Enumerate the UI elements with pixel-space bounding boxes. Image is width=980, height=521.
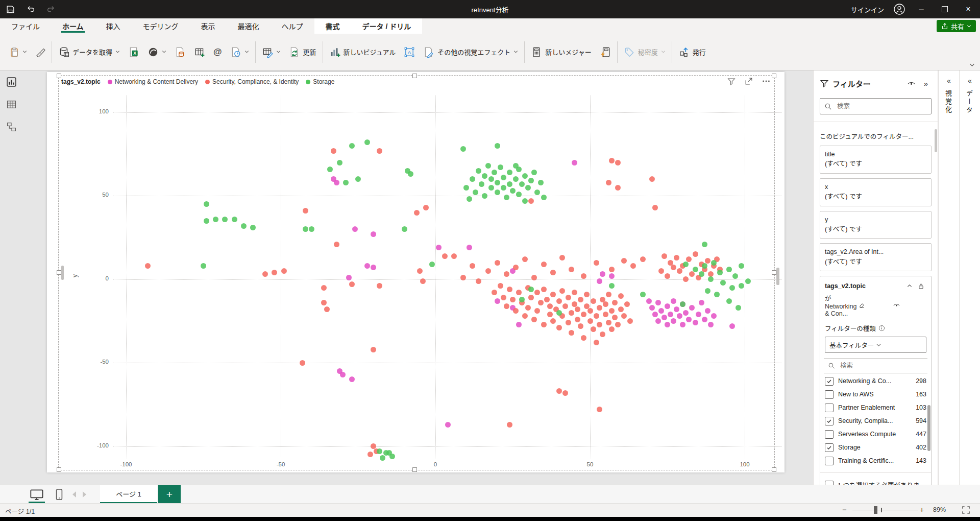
filter-value-row[interactable]: Security, Complia...594 xyxy=(825,414,926,428)
filter-search-input[interactable] xyxy=(836,102,927,110)
data-point[interactable] xyxy=(705,308,710,314)
data-point[interactable] xyxy=(662,315,667,320)
data-point[interactable] xyxy=(522,198,528,204)
data-point[interactable] xyxy=(232,217,237,222)
data-point[interactable] xyxy=(371,265,376,270)
sign-in-button[interactable]: サインイン xyxy=(851,5,884,14)
data-point[interactable] xyxy=(612,300,618,305)
data-point[interactable] xyxy=(597,305,602,311)
data-point[interactable] xyxy=(343,180,349,185)
data-point[interactable] xyxy=(609,273,615,279)
data-point[interactable] xyxy=(442,253,448,259)
data-point[interactable] xyxy=(612,315,618,320)
data-point[interactable] xyxy=(581,335,586,341)
collapse-filter-pane-button[interactable]: » xyxy=(920,78,932,89)
data-point[interactable] xyxy=(597,322,602,327)
data-point[interactable] xyxy=(562,303,568,309)
data-point[interactable] xyxy=(498,164,503,170)
data-point[interactable] xyxy=(624,301,630,307)
data-point[interactable] xyxy=(646,298,652,304)
tab-data-drill[interactable]: データ / ドリル xyxy=(351,18,423,34)
data-point[interactable] xyxy=(380,455,385,461)
data-point[interactable] xyxy=(587,318,593,324)
data-point[interactable] xyxy=(702,317,707,322)
checkbox[interactable] xyxy=(825,443,834,452)
text-box-button[interactable]: A xyxy=(400,42,419,62)
more-visuals-button[interactable]: その他の視覚エフェクト xyxy=(419,42,522,62)
data-point[interactable] xyxy=(495,190,500,195)
data-point[interactable] xyxy=(671,318,676,324)
data-point[interactable] xyxy=(513,265,519,270)
save-button[interactable] xyxy=(0,0,20,18)
data-point[interactable] xyxy=(528,178,534,183)
data-point[interactable] xyxy=(541,322,547,327)
tab-optimize[interactable]: 最適化 xyxy=(227,18,271,34)
data-point[interactable] xyxy=(507,181,512,187)
data-point[interactable] xyxy=(495,180,500,185)
data-point[interactable] xyxy=(711,313,717,319)
data-point[interactable] xyxy=(671,298,676,304)
data-point[interactable] xyxy=(591,326,596,332)
checkbox[interactable] xyxy=(825,390,834,399)
data-point[interactable] xyxy=(705,288,710,294)
data-point[interactable] xyxy=(485,268,491,274)
data-point[interactable] xyxy=(640,292,646,297)
data-point[interactable] xyxy=(668,312,673,317)
data-point[interactable] xyxy=(603,301,608,307)
data-point[interactable] xyxy=(627,318,633,324)
data-point[interactable] xyxy=(349,143,355,149)
data-point[interactable] xyxy=(507,170,512,175)
data-point[interactable] xyxy=(498,283,503,289)
data-point[interactable] xyxy=(201,263,206,269)
data-point[interactable] xyxy=(460,275,466,280)
collapse-card-button[interactable] xyxy=(904,280,915,292)
data-point[interactable] xyxy=(495,298,500,304)
report-view-button[interactable] xyxy=(0,70,22,93)
data-point[interactable] xyxy=(522,313,528,319)
require-single-selection-row[interactable]: 1 つを選択する必要がありま xyxy=(825,480,926,485)
data-point[interactable] xyxy=(677,313,682,319)
checkbox[interactable] xyxy=(825,417,834,425)
data-point[interactable] xyxy=(377,148,382,154)
data-point[interactable] xyxy=(541,287,547,292)
data-point[interactable] xyxy=(594,340,599,345)
data-point[interactable] xyxy=(581,273,586,279)
filter-value-row[interactable]: Storage402 xyxy=(825,441,926,454)
data-point[interactable] xyxy=(479,181,484,187)
data-point[interactable] xyxy=(649,176,655,182)
data-point[interactable] xyxy=(281,268,287,274)
data-point[interactable] xyxy=(473,190,478,195)
data-point[interactable] xyxy=(584,292,590,297)
data-point[interactable] xyxy=(423,205,429,210)
data-point[interactable] xyxy=(525,185,531,191)
data-point[interactable] xyxy=(522,256,528,262)
data-point[interactable] xyxy=(696,312,701,317)
data-point[interactable] xyxy=(352,226,358,232)
data-point[interactable] xyxy=(655,318,661,324)
scrollbar-thumb[interactable] xyxy=(927,405,930,451)
data-point[interactable] xyxy=(321,285,327,291)
data-point[interactable] xyxy=(699,300,704,305)
data-point[interactable] xyxy=(587,308,593,314)
data-point[interactable] xyxy=(726,298,732,304)
data-point[interactable] xyxy=(501,175,506,180)
data-point[interactable] xyxy=(575,306,580,312)
filter-card[interactable]: y(すべて) です xyxy=(820,211,932,239)
data-point[interactable] xyxy=(534,190,540,195)
data-point[interactable] xyxy=(538,180,544,185)
tab-insert[interactable]: 挿入 xyxy=(95,18,132,34)
data-point[interactable] xyxy=(711,260,717,266)
data-point[interactable] xyxy=(501,295,506,300)
data-point[interactable] xyxy=(680,301,685,307)
data-point[interactable] xyxy=(699,271,704,277)
format-painter-button[interactable] xyxy=(31,43,50,61)
paste-button[interactable] xyxy=(5,43,31,61)
data-point[interactable] xyxy=(594,313,599,319)
filter-value-row[interactable]: New to AWS163 xyxy=(825,388,926,401)
data-point[interactable] xyxy=(492,170,497,175)
onelake-hub-button[interactable] xyxy=(143,42,170,62)
close-button[interactable]: × xyxy=(957,0,980,18)
data-point[interactable] xyxy=(547,312,553,317)
scrollbar-thumb[interactable] xyxy=(935,129,937,152)
data-point[interactable] xyxy=(609,326,615,332)
